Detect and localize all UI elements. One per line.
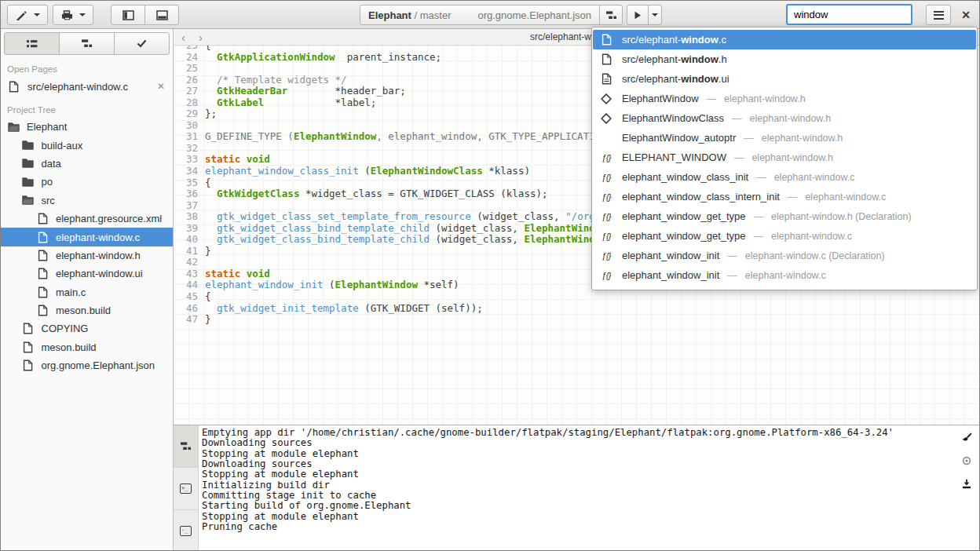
func-icon: ƒ{} xyxy=(600,269,612,282)
folder-icon xyxy=(22,157,35,170)
line-number: 33 xyxy=(174,154,205,166)
tab-pages[interactable] xyxy=(4,32,60,55)
tree-item-main-c[interactable]: main.c xyxy=(1,283,173,301)
tree-item-elephant[interactable]: Elephant xyxy=(1,118,173,136)
search-results-list: src/elephant-window.csrc/elephant-window… xyxy=(592,30,977,285)
line-number: 31 xyxy=(174,131,205,143)
tree-item-copying[interactable]: COPYING xyxy=(1,319,173,338)
search-result-src-elephant-window-h[interactable]: src/elephant-window.h xyxy=(593,49,976,69)
result-dash: — xyxy=(727,250,737,261)
result-name: ELEPHANT_WINDOW xyxy=(622,151,726,163)
tab-runtime-terminal[interactable]: ·_ xyxy=(174,510,198,551)
checkmark-icon xyxy=(136,38,148,50)
nav-forward-icon[interactable]: › xyxy=(199,29,203,46)
search-result-elephantwindow-autoptr[interactable]: ElephantWindow_autoptr—elephant-window.h xyxy=(593,128,976,148)
code-token: *self) xyxy=(418,279,459,290)
open-page-item[interactable]: src/elephant-window.c ✕ xyxy=(1,77,173,96)
search-result-elephant-window-init[interactable]: ƒ{}elephant_window_init—elephant-window.… xyxy=(593,246,976,265)
tree-item-meson-build[interactable]: meson.build xyxy=(1,301,173,319)
tree-item-label: meson.build xyxy=(56,305,111,316)
code-token: void xyxy=(247,153,270,165)
line-text: elephant_window_class_init (ElephantWind… xyxy=(205,166,530,177)
tab-build-output[interactable] xyxy=(174,425,198,468)
tree-item-org-gnome-elephant-json[interactable]: org.gnome.Elephant.json xyxy=(1,356,173,374)
global-search-input[interactable] xyxy=(786,4,912,25)
search-result-elephant-window[interactable]: ƒ{}ELEPHANT_WINDOW—elephant-window.h xyxy=(593,148,976,167)
tree-item-elephant-window-h[interactable]: elephant-window.h xyxy=(1,246,173,265)
nav-back-icon[interactable]: ‹ xyxy=(181,29,185,46)
code-token xyxy=(240,268,247,279)
run-options-button[interactable] xyxy=(648,5,662,25)
code-token: gtk_widget_class_bind_template_child xyxy=(217,222,430,234)
tree-item-meson-build[interactable]: meson.build xyxy=(1,338,173,356)
file-icon xyxy=(36,213,49,225)
tree-item-elephant-gresource-xml[interactable]: elephant.gresource.xml xyxy=(1,210,173,228)
code-token: ElephantWindowClass xyxy=(371,165,483,177)
log-line: Downloading sources xyxy=(202,438,956,448)
search-result-elephant-window-init[interactable]: ƒ{}elephant_window_init—elephant-window.… xyxy=(593,265,976,285)
build-log[interactable]: Emptying app dir '/home/christian/.cache… xyxy=(202,428,956,550)
result-dash: — xyxy=(734,152,744,163)
close-page-icon[interactable]: ✕ xyxy=(157,81,165,92)
chevron-down-icon xyxy=(652,13,658,16)
tree-item-elephant-window-ui[interactable]: elephant-window.ui xyxy=(1,265,173,283)
record-icon[interactable] xyxy=(960,454,973,467)
class-icon xyxy=(600,93,612,105)
code-token: void xyxy=(247,268,270,279)
tree-item-elephant-window-c[interactable]: elephant-window.c xyxy=(1,228,173,246)
result-dash: — xyxy=(756,172,766,183)
line-text: GtkLabel *label; xyxy=(205,97,376,109)
tree-item-label: main.c xyxy=(56,286,86,298)
class-icon xyxy=(600,112,612,125)
window-close-button[interactable]: ✕ xyxy=(957,7,975,23)
line-text: elephant_window_init (ElephantWindow *se… xyxy=(205,279,459,291)
device-dropdown-button[interactable] xyxy=(53,5,93,25)
toggle-left-panel-button[interactable] xyxy=(111,5,145,25)
tab-project-tree[interactable] xyxy=(59,32,115,55)
search-result-elephant-window-get-type[interactable]: ƒ{}elephant_window_get_type—elephant-win… xyxy=(593,206,976,226)
tab-todo[interactable] xyxy=(114,32,170,55)
tree-item-label: data xyxy=(42,158,61,170)
clear-log-button[interactable] xyxy=(960,432,973,444)
line-text: static void xyxy=(205,268,270,280)
toggle-bottom-panel-button[interactable] xyxy=(144,5,179,25)
code-token xyxy=(205,302,217,314)
line-text: } xyxy=(205,246,211,257)
code-token xyxy=(205,222,217,234)
search-result-elephant-window-class-init[interactable]: ƒ{}elephant_window_class_init—elephant-w… xyxy=(593,167,976,187)
search-result-elephant-window-get-type[interactable]: ƒ{}elephant_window_get_type—elephant-win… xyxy=(593,226,976,246)
log-line: Pruning cache xyxy=(202,522,956,532)
result-name: ElephantWindow_autoptr xyxy=(622,132,736,144)
result-location: elephant-window.h xyxy=(762,133,843,144)
result-location: elephant-window.c xyxy=(745,270,826,281)
build-tree-icon xyxy=(81,38,93,50)
search-result-src-elephant-window-ui[interactable]: src/elephant-window.ui xyxy=(593,69,976,89)
result-location: elephant-window.h (Declaration) xyxy=(771,211,912,222)
code-line-46[interactable]: 46 gtk_widget_init_template (GTK_WIDGET … xyxy=(174,303,979,315)
icon-spacer xyxy=(600,132,612,144)
tree-item-data[interactable]: data xyxy=(1,155,173,173)
search-results-popover: src/elephant-window.csrc/elephant-window… xyxy=(591,27,978,290)
edit-mode-dropdown-button[interactable] xyxy=(7,5,48,25)
search-result-src-elephant-window-c[interactable]: src/elephant-window.c xyxy=(593,30,976,49)
line-number: 39 xyxy=(174,223,205,235)
save-log-button[interactable] xyxy=(960,477,973,490)
run-button[interactable] xyxy=(627,5,649,25)
tree-item-src[interactable]: src xyxy=(1,192,173,210)
code-line-45[interactable]: 45{ xyxy=(174,291,979,303)
menu-button[interactable] xyxy=(926,5,951,25)
line-text: { xyxy=(205,177,211,189)
tree-item-po[interactable]: po xyxy=(1,173,173,191)
search-result-elephantwindowclass[interactable]: ElephantWindowClass—elephant-window.h xyxy=(593,108,976,128)
build-pipeline-button[interactable] xyxy=(599,5,623,25)
code-token xyxy=(205,188,217,199)
tree-item-label: src xyxy=(42,195,55,206)
omni-bar[interactable]: Elephant / master org.gnome.Elephant.jso… xyxy=(360,5,600,25)
line-text: gtk_widget_init_template (GTK_WIDGET (se… xyxy=(205,303,483,315)
tab-terminal[interactable]: >_ xyxy=(174,468,198,510)
project-branch: Elephant / master xyxy=(368,9,452,21)
search-result-elephant-window-class-intern-init[interactable]: ƒ{}elephant_window_class_intern_init—ele… xyxy=(593,187,976,206)
tree-item-build-aux[interactable]: build-aux xyxy=(1,136,173,154)
search-result-elephantwindow[interactable]: ElephantWindow—elephant-window.h xyxy=(593,89,976,108)
code-line-47[interactable]: 47} xyxy=(174,314,979,326)
